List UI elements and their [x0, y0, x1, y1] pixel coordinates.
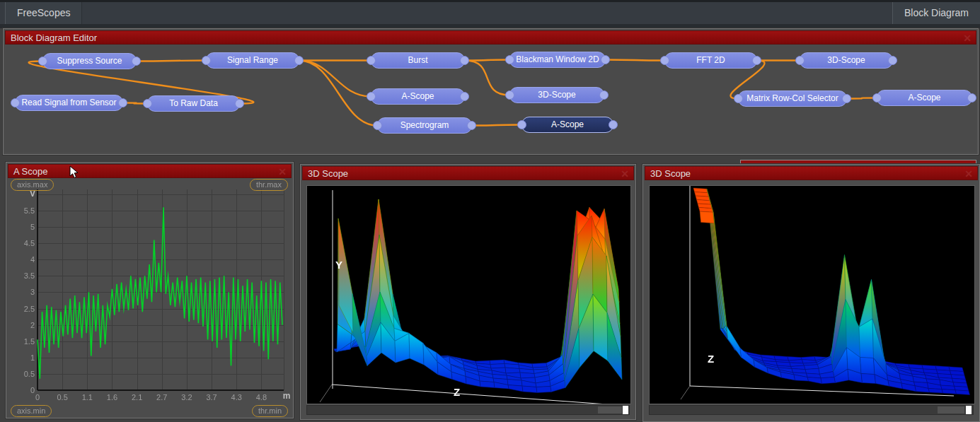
edge-wire	[465, 61, 509, 95]
input-port[interactable]	[38, 57, 47, 66]
scope3d-right-scrollbar[interactable]	[649, 405, 974, 415]
a-scope-window: A Scope ✕ axis.max thr.max axis.min thr.…	[6, 162, 294, 418]
input-port[interactable]	[373, 121, 382, 130]
thr-min-button[interactable]: thr.min	[252, 405, 288, 417]
node-spectro[interactable]: Spectrogram	[377, 117, 472, 134]
edge-wire	[299, 61, 377, 126]
node-ascope1[interactable]: A-Scope	[371, 88, 465, 105]
mouse-cursor	[69, 165, 79, 179]
output-port[interactable]	[460, 56, 469, 65]
scope3d-right-titlebar[interactable]: 3D Scope ✕	[645, 166, 978, 180]
edge-wire	[472, 125, 521, 126]
node-burst[interactable]: Burst	[371, 52, 465, 69]
node-scope3db[interactable]: 3D-Scope	[800, 52, 893, 69]
scope3d-right-title: 3D Scope	[650, 168, 691, 179]
scope3d-mid-close-icon[interactable]: ✕	[621, 168, 629, 180]
a-scope-plot[interactable]	[6, 163, 293, 418]
scope3d-mid-window: 3D Scope ✕ Y Z	[300, 164, 636, 420]
input-port[interactable]	[505, 55, 514, 64]
edge-wire	[606, 60, 664, 61]
z-axis-label: Z	[708, 353, 714, 365]
node-blackman[interactable]: Blackman Window 2D	[509, 52, 606, 68]
axis-max-button[interactable]: axis.max	[11, 179, 54, 191]
editor-title: Block Diagram Editor	[11, 33, 97, 43]
output-port[interactable]	[752, 56, 761, 65]
output-port[interactable]	[294, 56, 304, 65]
input-port[interactable]	[143, 99, 152, 108]
top-menu-bar: FreeScopes Block Diagram	[0, 2, 980, 28]
block-diagram-editor-window: Block Diagram Editor ✕ Suppress SourceSi…	[3, 28, 979, 155]
node-matrixsel[interactable]: Matrix Row-Col Selector	[738, 90, 847, 107]
input-port[interactable]	[367, 56, 376, 65]
input-port[interactable]	[795, 56, 805, 65]
scope3d-right-window: 3D Scope ✕ Z	[642, 164, 980, 422]
scope3d-right-close-icon[interactable]: ✕	[964, 168, 973, 180]
output-port[interactable]	[118, 98, 127, 107]
tab-freescopes[interactable]: FreeScopes	[5, 2, 82, 24]
output-port[interactable]	[609, 120, 618, 129]
output-port[interactable]	[599, 90, 609, 100]
output-port[interactable]	[467, 121, 476, 130]
node-graph-canvas[interactable]: Suppress SourceSignal RangeRead Signal f…	[5, 45, 976, 153]
y-axis-label: Y	[335, 259, 342, 271]
output-port[interactable]	[460, 92, 469, 101]
edge-wire	[137, 61, 206, 61]
scope3d-mid-plot[interactable]: Y Z	[306, 185, 631, 404]
node-scope3da[interactable]: 3D-Scope	[509, 87, 604, 103]
input-port[interactable]	[734, 94, 743, 103]
tab-block-diagram[interactable]: Block Diagram	[892, 2, 980, 24]
output-port[interactable]	[132, 57, 141, 66]
input-port[interactable]	[11, 98, 20, 107]
thr-max-button[interactable]: thr.max	[250, 179, 288, 191]
input-port[interactable]	[660, 56, 669, 65]
input-port[interactable]	[872, 93, 882, 102]
scope3d-mid-titlebar[interactable]: 3D Scope ✕	[302, 166, 634, 180]
editor-titlebar[interactable]: Block Diagram Editor ✕	[5, 30, 976, 45]
node-toraw[interactable]: To Raw Data	[147, 95, 240, 112]
node-suppress[interactable]: Suppress Source	[42, 53, 137, 69]
output-port[interactable]	[601, 55, 610, 64]
node-fft2d[interactable]: FFT 2D	[664, 52, 757, 69]
node-ascoper[interactable]: A-Scope	[877, 90, 972, 106]
node-ascopesel[interactable]: A-Scope	[521, 117, 613, 133]
input-port[interactable]	[202, 56, 211, 65]
edge-wire	[299, 61, 371, 97]
output-port[interactable]	[235, 99, 244, 108]
node-sigrange[interactable]: Signal Range	[206, 52, 299, 69]
node-readsig[interactable]: Read Signal from Sensor	[15, 95, 123, 111]
input-port[interactable]	[367, 92, 376, 101]
scope3d-mid-title: 3D Scope	[308, 168, 348, 179]
output-port[interactable]	[967, 93, 976, 102]
scope3d-mid-scrollbar[interactable]	[306, 405, 630, 415]
z-axis-label: Z	[454, 386, 460, 398]
scope3d-right-plot[interactable]: Z	[649, 185, 975, 404]
axis-min-button[interactable]: axis.min	[11, 405, 52, 417]
output-port[interactable]	[842, 94, 851, 103]
editor-close-icon[interactable]: ✕	[963, 32, 972, 45]
input-port[interactable]	[517, 120, 526, 129]
input-port[interactable]	[505, 90, 514, 100]
output-port[interactable]	[888, 56, 897, 65]
